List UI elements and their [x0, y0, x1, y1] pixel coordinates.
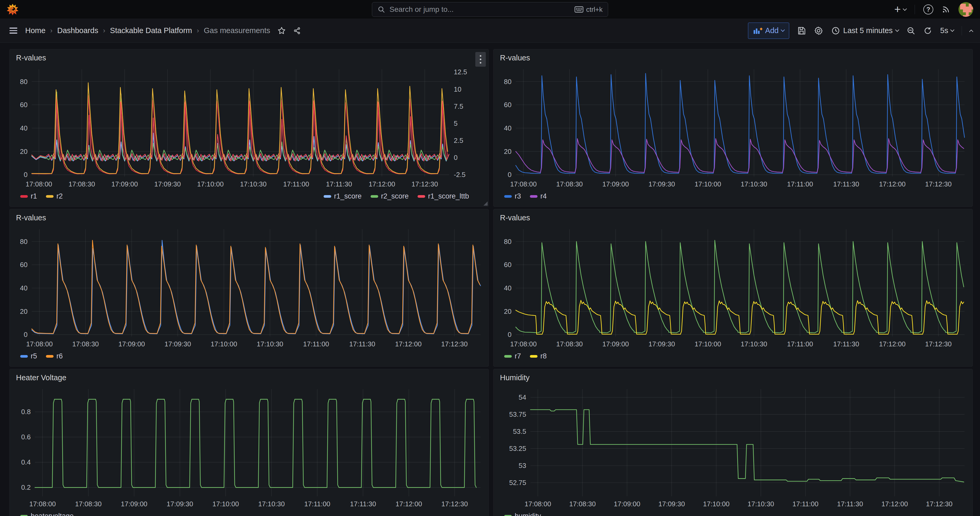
x-tick-label: 17:10:00 [210, 340, 237, 348]
x-tick-label: 17:09:00 [602, 340, 629, 348]
panel-title[interactable]: R-values [16, 213, 46, 222]
panel-menu-kebab-icon[interactable] [475, 52, 486, 67]
breadcrumb-separator: › [50, 27, 52, 35]
x-tick-label: 17:11:30 [833, 340, 859, 348]
search-shortcut: ctrl+k [574, 5, 603, 14]
legend-item-r5[interactable]: r5 [20, 352, 37, 360]
x-tick-label: 17:11:30 [326, 180, 352, 188]
panel-legend: humidity [494, 511, 972, 516]
x-tick-label: 17:09:00 [111, 180, 138, 188]
panel-header[interactable]: R-values [494, 49, 972, 66]
y-tick-label: 53.75 [509, 411, 526, 418]
y-tick-label: 0.8 [21, 408, 31, 416]
chart-canvas[interactable]: 17:08:0017:08:3017:09:0017:09:3017:10:00… [10, 386, 488, 510]
news-rss-button[interactable] [942, 5, 950, 14]
resize-handle[interactable] [484, 201, 488, 205]
search-box[interactable]: ctrl+k [372, 2, 608, 17]
refresh-interval-picker[interactable]: 5s [940, 26, 954, 35]
chart-canvas[interactable]: 17:08:0017:08:3017:09:0017:09:3017:10:00… [494, 226, 972, 349]
legend-item-r4[interactable]: r4 [530, 192, 547, 201]
x-tick-label: 17:10:00 [703, 500, 729, 508]
right-y-tick-label: 12.5 [454, 68, 467, 76]
panel-legend: r7r8 [494, 350, 972, 366]
series-line-r2_score [32, 92, 449, 161]
legend-swatch [530, 195, 538, 198]
time-series-chart[interactable]: 17:08:0017:08:3017:09:0017:09:3017:10:00… [494, 226, 972, 350]
settings-gear-icon[interactable] [814, 26, 823, 35]
new-menu-button[interactable]: + [894, 4, 906, 15]
add-button[interactable]: Add [748, 22, 789, 39]
zoom-out-icon[interactable] [907, 26, 915, 35]
x-tick-label: 17:12:00 [879, 340, 905, 348]
menu-toggle-icon[interactable] [10, 27, 18, 33]
panel-header[interactable]: R-values [10, 49, 488, 66]
chart-canvas[interactable]: 17:08:0017:08:3017:09:0017:09:3017:10:00… [494, 386, 972, 510]
panel-humidity: Humidity 17:08:0017:08:3017:09:0017:09:3… [493, 369, 973, 516]
breadcrumb-home[interactable]: Home [25, 26, 45, 35]
panel-header[interactable]: R-values [10, 209, 488, 226]
panel-title[interactable]: Humidity [500, 373, 530, 382]
time-series-chart[interactable]: 17:08:0017:08:3017:09:0017:09:3017:10:00… [10, 226, 488, 350]
legend-item-humidity[interactable]: humidity [504, 512, 541, 516]
y-tick-label: 80 [504, 78, 512, 86]
x-tick-label: 17:12:00 [396, 500, 422, 508]
time-series-chart[interactable]: 17:08:0017:08:3017:09:0017:09:3017:10:00… [494, 66, 972, 191]
panel-header[interactable]: R-values [494, 209, 972, 226]
time-series-chart[interactable]: 17:08:0017:08:3017:09:0017:09:3017:10:00… [10, 66, 488, 191]
search-input[interactable] [390, 5, 574, 14]
breadcrumb-current: Gas measurements [204, 26, 270, 35]
x-tick-label: 17:12:30 [925, 180, 951, 188]
user-avatar[interactable] [958, 2, 973, 17]
x-tick-label: 17:09:30 [659, 500, 685, 508]
collapse-caret-icon[interactable] [969, 30, 974, 34]
legend-item-r7[interactable]: r7 [504, 352, 521, 360]
time-series-chart[interactable]: 17:08:0017:08:3017:09:0017:09:3017:10:00… [10, 386, 488, 511]
panel-title[interactable]: R-values [500, 54, 530, 62]
y-tick-label: 40 [504, 124, 512, 132]
panel-header[interactable]: Heater Voltage [10, 369, 488, 386]
legend-swatch [46, 195, 54, 198]
refresh-icon[interactable] [923, 26, 932, 35]
panel-title[interactable]: Heater Voltage [16, 373, 67, 382]
panel-header[interactable]: Humidity [494, 369, 972, 386]
time-series-chart[interactable]: 17:08:0017:08:3017:09:0017:09:3017:10:00… [494, 386, 972, 511]
breadcrumb-dashboards[interactable]: Dashboards [57, 26, 98, 35]
y-tick-label: 80 [20, 78, 27, 86]
chevron-down-icon [895, 28, 899, 32]
x-tick-label: 17:09:30 [165, 340, 191, 348]
legend-item-r1[interactable]: r1 [20, 192, 37, 201]
panel-title[interactable]: R-values [16, 54, 46, 62]
y-tick-label: 53 [519, 462, 526, 470]
chart-canvas[interactable]: 17:08:0017:08:3017:09:0017:09:3017:10:00… [10, 226, 488, 349]
legend-item-r2[interactable]: r2 [46, 192, 63, 201]
legend-item-r3[interactable]: r3 [504, 192, 521, 201]
legend-label: r5 [31, 352, 37, 360]
x-tick-label: 17:08:00 [510, 180, 537, 188]
time-range-picker[interactable]: Last 5 minutes [831, 26, 899, 35]
legend-item-r1_score[interactable]: r1_score [324, 192, 362, 201]
x-tick-label: 17:10:30 [748, 500, 774, 508]
x-tick-label: 17:12:30 [441, 340, 468, 348]
legend-item-r1_score_lttb[interactable]: r1_score_lttb [418, 192, 469, 201]
help-button[interactable]: ? [923, 5, 933, 14]
y-tick-label: 0.4 [21, 458, 31, 466]
right-y-tick-label: 10 [454, 85, 461, 93]
x-tick-label: 17:10:30 [258, 500, 285, 508]
legend-item-r8[interactable]: r8 [530, 352, 547, 360]
chart-canvas[interactable]: 17:08:0017:08:3017:09:0017:09:3017:10:00… [494, 66, 972, 190]
legend-item-r2_score[interactable]: r2_score [371, 192, 409, 201]
y-tick-label: 20 [504, 307, 512, 315]
legend-item-r6[interactable]: r6 [46, 352, 63, 360]
share-icon[interactable] [293, 27, 301, 35]
grafana-logo-icon[interactable] [6, 3, 19, 16]
x-tick-label: 17:12:00 [369, 180, 395, 188]
x-tick-label: 17:10:00 [197, 180, 224, 188]
panel-heater-voltage: Heater Voltage 17:08:0017:08:3017:09:001… [10, 369, 489, 516]
panel-title[interactable]: R-values [500, 213, 530, 222]
breadcrumb-folder[interactable]: Stackable Data Platform [110, 26, 192, 35]
save-icon[interactable] [797, 26, 806, 35]
star-icon[interactable] [277, 26, 286, 35]
legend-item-heatervoltage[interactable]: heatervoltage [20, 512, 74, 516]
legend-swatch [46, 355, 54, 358]
chart-canvas[interactable]: 17:08:0017:08:3017:09:0017:09:3017:10:00… [10, 66, 488, 190]
